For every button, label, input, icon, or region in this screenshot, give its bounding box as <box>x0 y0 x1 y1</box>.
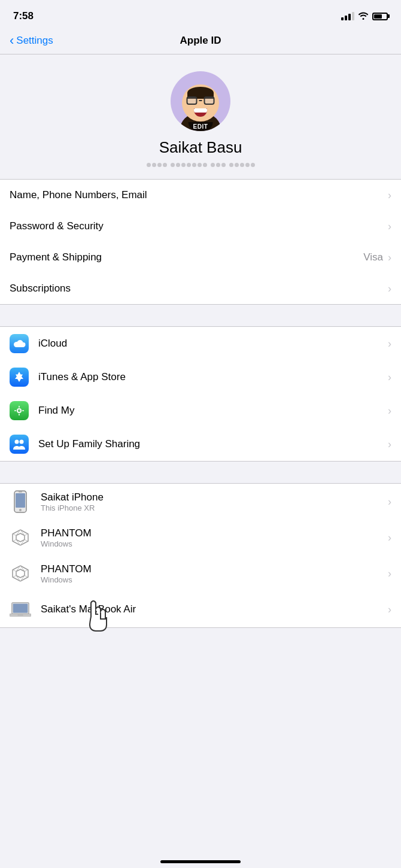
settings-label-icloud: iCloud <box>38 338 388 350</box>
settings-label-name-phone-email: Name, Phone Numbers, Email <box>10 189 388 201</box>
settings-label-payment-shipping: Payment & Shipping <box>10 251 363 263</box>
settings-label-password-security: Password & Security <box>10 220 388 232</box>
device-row-phantom-2[interactable]: PHANTOM Windows › <box>0 556 401 591</box>
profile-name: Saikat Basu <box>159 138 242 157</box>
chevron-icon: › <box>388 405 391 417</box>
profile-email <box>147 163 255 167</box>
services-group: iCloud › iTunes & App Store › Find My › <box>0 326 401 462</box>
svg-marker-13 <box>13 530 28 545</box>
svg-line-20 <box>13 534 16 536</box>
macbook-device-icon <box>10 599 31 620</box>
signal-icon <box>341 12 354 20</box>
settings-row-subscriptions[interactable]: Subscriptions › <box>0 273 401 304</box>
svg-point-7 <box>15 440 19 444</box>
settings-label-family-sharing: Set Up Family Sharing <box>38 438 388 450</box>
chevron-icon: › <box>388 532 391 544</box>
status-bar: 7:58 <box>0 0 401 30</box>
settings-row-payment-shipping[interactable]: Payment & Shipping Visa › <box>0 242 401 273</box>
back-button[interactable]: ‹ Settings <box>10 34 53 47</box>
home-indicator <box>0 857 401 863</box>
svg-line-26 <box>25 570 28 572</box>
svg-line-27 <box>25 576 28 578</box>
svg-point-12 <box>19 509 22 511</box>
device-sub-iphone: This iPhone XR <box>41 503 388 512</box>
svg-line-30 <box>13 570 16 572</box>
chevron-icon: › <box>388 603 391 616</box>
svg-line-17 <box>25 540 28 542</box>
svg-point-2 <box>19 410 20 411</box>
svg-marker-24 <box>16 569 25 578</box>
settings-row-icloud[interactable]: iCloud › <box>0 327 401 360</box>
settings-row-itunes-appstore[interactable]: iTunes & App Store › <box>0 360 401 394</box>
svg-rect-11 <box>19 491 22 493</box>
device-name-phantom-1: PHANTOM <box>41 527 388 539</box>
status-icons <box>341 11 388 22</box>
device-text-iphone: Saikat iPhone This iPhone XR <box>41 491 388 512</box>
chevron-icon: › <box>388 220 391 233</box>
chevron-icon: › <box>388 189 391 202</box>
svg-line-19 <box>13 540 16 542</box>
back-arrow-icon: ‹ <box>10 34 14 47</box>
device-text-macbook: Saikat's MacBook Air <box>41 603 388 615</box>
device-name-iphone: Saikat iPhone <box>41 491 388 503</box>
device-row-macbook[interactable]: Saikat's MacBook Air › <box>0 591 401 627</box>
devices-group: Saikat iPhone This iPhone XR › PHANTOM W… <box>0 483 401 628</box>
svg-point-8 <box>20 440 24 444</box>
device-sub-phantom-2: Windows <box>41 575 388 584</box>
settings-row-findmy[interactable]: Find My › <box>0 394 401 427</box>
device-name-phantom-2: PHANTOM <box>41 563 388 575</box>
windows-device-icon-2 <box>10 563 31 584</box>
settings-label-itunes-appstore: iTunes & App Store <box>38 371 388 383</box>
svg-line-29 <box>13 576 16 578</box>
page-title: Apple ID <box>180 35 221 47</box>
device-text-phantom-1: PHANTOM Windows <box>41 527 388 548</box>
device-name-macbook: Saikat's MacBook Air <box>41 603 388 615</box>
settings-gap-1 <box>0 305 401 326</box>
device-sub-phantom-1: Windows <box>41 539 388 548</box>
chevron-icon: › <box>388 338 391 350</box>
appstore-icon <box>10 368 29 387</box>
wifi-icon <box>358 11 369 22</box>
avatar: EDIT <box>171 71 230 131</box>
svg-rect-36 <box>17 615 23 616</box>
findmy-icon <box>10 401 29 420</box>
svg-marker-23 <box>13 566 28 581</box>
status-time: 7:58 <box>13 10 34 22</box>
memoji-head <box>182 84 219 122</box>
profile-section: EDIT Saikat Basu <box>0 54 401 179</box>
avatar-container[interactable]: EDIT <box>171 71 230 131</box>
settings-row-name-phone-email[interactable]: Name, Phone Numbers, Email › <box>0 180 401 211</box>
nav-bar: ‹ Settings Apple ID <box>0 30 401 54</box>
settings-row-family-sharing[interactable]: Set Up Family Sharing › <box>0 427 401 461</box>
chevron-icon: › <box>388 371 391 384</box>
chevron-icon: › <box>388 496 391 508</box>
svg-marker-14 <box>16 533 25 542</box>
svg-line-16 <box>25 534 28 536</box>
chevron-icon: › <box>388 251 391 264</box>
windows-device-icon-1 <box>10 527 31 548</box>
back-label: Settings <box>16 35 53 47</box>
svg-rect-10 <box>16 493 25 508</box>
payment-value: Visa <box>363 251 383 263</box>
iphone-device-icon <box>10 491 31 512</box>
family-sharing-icon <box>10 435 29 454</box>
settings-label-findmy: Find My <box>38 405 388 417</box>
icloud-icon <box>10 334 29 353</box>
device-row-iphone[interactable]: Saikat iPhone This iPhone XR › <box>0 484 401 520</box>
device-row-phantom-1[interactable]: PHANTOM Windows › <box>0 520 401 556</box>
account-settings-group: Name, Phone Numbers, Email › Password & … <box>0 179 401 305</box>
settings-gap-2 <box>0 462 401 483</box>
device-text-phantom-2: PHANTOM Windows <box>41 563 388 584</box>
chevron-icon: › <box>388 283 391 295</box>
chevron-icon: › <box>388 438 391 451</box>
svg-rect-34 <box>13 604 28 613</box>
battery-icon <box>372 13 388 20</box>
settings-row-password-security[interactable]: Password & Security › <box>0 211 401 242</box>
chevron-icon: › <box>388 567 391 580</box>
settings-label-subscriptions: Subscriptions <box>10 283 388 295</box>
